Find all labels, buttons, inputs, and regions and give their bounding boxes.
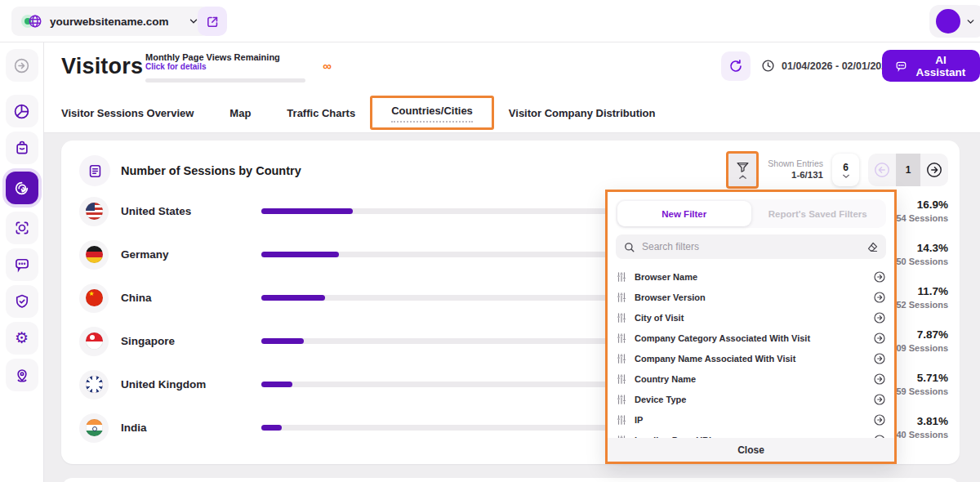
prev-page-button[interactable] bbox=[868, 154, 896, 186]
page-size-dropdown[interactable]: 6 bbox=[832, 154, 859, 186]
percent-value: 11.7% bbox=[889, 283, 948, 300]
tab-visitor-company-distribution[interactable]: Visitor Company Distribution bbox=[509, 107, 656, 119]
page-header: Visitors Monthly Page Views Remaining Cl… bbox=[44, 42, 980, 94]
arrow-right-circle-icon[interactable] bbox=[873, 332, 886, 345]
flag-chip bbox=[79, 240, 109, 270]
sidebar-item-shield[interactable] bbox=[6, 285, 38, 318]
sidebar-item-collapse[interactable] bbox=[6, 49, 38, 82]
tab-visitor-sessions-overview[interactable]: Visitor Sessions Overview bbox=[61, 107, 194, 119]
country-name: China bbox=[121, 292, 261, 304]
sidebar-item-radar[interactable] bbox=[6, 172, 38, 204]
sliders-icon bbox=[616, 292, 627, 303]
sessions-value: 50 Sessions bbox=[889, 256, 948, 269]
current-page: 1 bbox=[896, 154, 920, 186]
sidebar-item-chat-bubble[interactable] bbox=[6, 248, 38, 281]
sidebar-item-location[interactable] bbox=[6, 359, 38, 391]
collapse-icon bbox=[13, 57, 30, 74]
us-flag-icon bbox=[86, 203, 103, 220]
country-stats: 5.71%59 Sessions bbox=[889, 370, 948, 399]
percent-value: 3.81% bbox=[889, 413, 948, 430]
chat-bubble-icon bbox=[14, 257, 30, 273]
filter-item-ip[interactable]: IP bbox=[616, 409, 886, 430]
filter-item-label: Company Category Associated With Visit bbox=[635, 333, 866, 343]
filter-item-company-category-associated-with-visit[interactable]: Company Category Associated With Visit bbox=[616, 328, 886, 348]
focus-icon bbox=[14, 220, 30, 236]
country-name: India bbox=[121, 422, 261, 434]
refresh-button[interactable] bbox=[721, 51, 751, 81]
filter-search-input[interactable] bbox=[642, 241, 860, 252]
arrow-right-circle-icon[interactable] bbox=[873, 373, 886, 386]
chevron-down-icon bbox=[842, 174, 850, 179]
funnel-icon bbox=[736, 161, 750, 173]
filter-tab-new-filter[interactable]: New Filter bbox=[617, 201, 751, 226]
clock-icon bbox=[761, 59, 775, 73]
tab-countries-cities[interactable]: Countries/Cities bbox=[391, 105, 473, 123]
filter-item-browser-version[interactable]: Browser Version bbox=[616, 287, 886, 307]
filter-popup: New FilterReport's Saved Filters Browser… bbox=[605, 190, 897, 464]
arrow-right-circle-icon[interactable] bbox=[873, 393, 886, 406]
tab-label: Countries/Cities bbox=[391, 105, 473, 123]
page-title: Visitors bbox=[61, 54, 143, 79]
country-name: United States bbox=[121, 205, 261, 217]
top-bar: yourwebsitename.com bbox=[0, 0, 980, 42]
ai-assistant-button[interactable]: AI Assistant bbox=[882, 50, 980, 82]
sidebar-item-bag[interactable] bbox=[6, 132, 38, 164]
percent-value: 16.9% bbox=[889, 197, 948, 213]
filter-item-label: Country Name bbox=[635, 374, 866, 384]
cn-flag-icon bbox=[86, 289, 103, 306]
filter-item-city-of-visit[interactable]: City of Visit bbox=[616, 307, 886, 328]
arrow-right-circle-icon[interactable] bbox=[873, 413, 886, 426]
account-menu[interactable] bbox=[929, 5, 980, 38]
sessions-value: 09 Sessions bbox=[889, 342, 948, 355]
arrow-right-circle-icon[interactable] bbox=[873, 352, 886, 365]
arrow-right-circle-icon[interactable] bbox=[873, 270, 886, 283]
filter-item-country-name[interactable]: Country Name bbox=[616, 368, 886, 389]
sliders-icon bbox=[616, 353, 627, 364]
sessions-value: 59 Sessions bbox=[889, 386, 948, 399]
filter-item-company-name-associated-with-visit[interactable]: Company Name Associated With Visit bbox=[616, 348, 886, 368]
sliders-icon bbox=[616, 394, 627, 405]
filter-item-browser-name[interactable]: Browser Name bbox=[616, 266, 886, 287]
sessions-value: 52 Sessions bbox=[889, 299, 948, 312]
tab-label: Map bbox=[229, 107, 251, 119]
sidebar-item-pie-chart[interactable] bbox=[6, 95, 38, 127]
tab-map[interactable]: Map bbox=[229, 107, 251, 119]
tabs: Visitor Sessions OverviewMapTraffic Char… bbox=[44, 94, 980, 133]
filter-item-device-type[interactable]: Device Type bbox=[616, 389, 886, 409]
sliders-icon bbox=[616, 373, 627, 385]
filter-list: Browser NameBrowser VersionCity of Visit… bbox=[608, 266, 894, 451]
website-globe-icon bbox=[21, 13, 42, 29]
sg-flag-icon bbox=[86, 332, 103, 350]
de-flag-icon bbox=[86, 246, 103, 263]
eraser-icon[interactable] bbox=[866, 241, 879, 253]
in-flag-icon bbox=[86, 419, 103, 436]
flag-chip bbox=[79, 197, 109, 226]
shown-entries: Shown Entries 1-6/131 bbox=[768, 158, 823, 182]
quota-title: Monthly Page Views Remaining bbox=[145, 52, 309, 62]
country-stats: 16.9%54 Sessions bbox=[889, 197, 948, 226]
country-stats: 11.7%52 Sessions bbox=[889, 283, 948, 313]
sidebar-item-gear[interactable]: ⚙ bbox=[6, 322, 38, 355]
avatar bbox=[936, 9, 960, 33]
shield-icon bbox=[14, 293, 30, 310]
website-selector[interactable]: yourwebsitename.com bbox=[11, 7, 209, 36]
search-icon bbox=[623, 241, 635, 253]
filter-button[interactable] bbox=[726, 151, 759, 189]
tab-label: Traffic Charts bbox=[287, 107, 355, 119]
flag-chip bbox=[79, 413, 109, 443]
arrow-right-circle-icon[interactable] bbox=[873, 311, 886, 324]
filter-item-label: Company Name Associated With Visit bbox=[635, 354, 866, 364]
chat-icon bbox=[895, 59, 907, 74]
report-icon bbox=[79, 155, 110, 186]
filter-close-button[interactable]: Close bbox=[608, 438, 894, 462]
sliders-icon bbox=[616, 271, 627, 283]
sidebar-item-focus[interactable] bbox=[6, 212, 38, 244]
tab-traffic-charts[interactable]: Traffic Charts bbox=[287, 107, 355, 119]
quota-details-link[interactable]: Click for details bbox=[145, 62, 309, 71]
open-website-button[interactable] bbox=[198, 7, 227, 36]
arrow-right-circle-icon[interactable] bbox=[873, 291, 886, 304]
filter-search[interactable] bbox=[616, 234, 886, 259]
filter-item-label: Browser Version bbox=[635, 292, 866, 302]
next-page-button[interactable] bbox=[920, 154, 948, 186]
filter-tab-report-s-saved-filters[interactable]: Report's Saved Filters bbox=[751, 201, 885, 226]
